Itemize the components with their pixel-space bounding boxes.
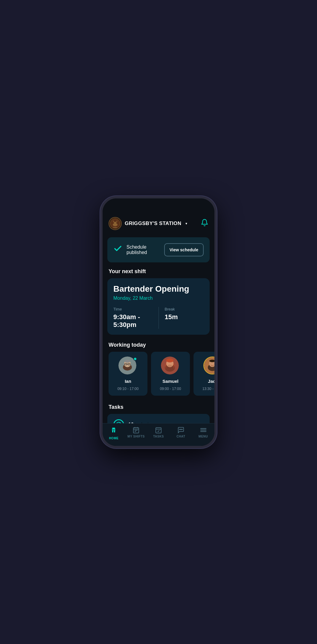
menu-icon — [200, 426, 207, 434]
workers-list: Ian 09:10 - 17:00 — [103, 352, 214, 397]
home-icon-final — [110, 428, 117, 434]
nav-item-menu[interactable]: MENU — [192, 426, 214, 440]
app-header: Station GRIGGSBY'S STATION ▾ — [103, 213, 214, 235]
break-label: Break — [165, 307, 204, 311]
svg-point-15 — [166, 358, 173, 362]
svg-rect-30 — [114, 429, 115, 430]
svg-text:Station: Station — [113, 227, 117, 228]
nav-item-home[interactable]: HOME — [103, 426, 125, 440]
view-schedule-button[interactable]: View schedule — [164, 243, 204, 256]
svg-point-43 — [181, 429, 181, 430]
shift-break-col: Break 15m — [165, 307, 204, 329]
worker-card-ian[interactable]: Ian 09:10 - 17:00 — [109, 352, 147, 396]
station-name: GRIGGSBY'S STATION — [125, 221, 181, 227]
working-today-section-label: Working today — [103, 342, 214, 352]
shifts-nav-label: MY SHIFTS — [127, 435, 145, 438]
svg-rect-40 — [156, 428, 161, 433]
schedule-published-text: Schedule published — [127, 244, 164, 255]
jack-time: 13:30 - 21:30 — [202, 387, 214, 391]
shift-details: Time 9:30am - 5:30pm Break 15m — [113, 307, 204, 329]
shift-date: Monday, 22 March — [113, 296, 204, 301]
svg-point-11 — [125, 360, 130, 362]
svg-rect-29 — [112, 429, 113, 430]
worker-card-jack[interactable]: Jack 13:30 - 21:30 — [193, 352, 214, 396]
next-shift-section-label: Your next shift — [103, 268, 214, 278]
shift-card: Bartender Opening Monday, 22 March Time … — [107, 278, 210, 335]
ian-time: 09:10 - 17:00 — [118, 387, 139, 391]
home-nav-label: HOME — [109, 437, 118, 440]
svg-rect-33 — [112, 430, 115, 431]
banner-left: Schedule published — [113, 244, 164, 255]
nav-item-chat[interactable]: CHAT — [170, 426, 192, 440]
chat-nav-label: CHAT — [176, 435, 185, 438]
nav-item-tasks[interactable]: TASKS — [147, 426, 170, 440]
svg-point-16 — [168, 365, 172, 367]
tasks-nav-label: TASKS — [153, 435, 164, 438]
phone-shell: Station GRIGGSBY'S STATION ▾ — [100, 196, 217, 448]
samuel-avatar-wrap — [161, 357, 180, 376]
shift-details-divider — [158, 307, 159, 329]
tasks-nav-icon — [155, 426, 162, 434]
jack-name: Jack — [208, 379, 214, 384]
tasks-section-label: Tasks — [103, 404, 214, 414]
shift-title: Bartender Opening — [113, 284, 204, 294]
break-value: 15m — [165, 313, 204, 321]
svg-rect-31 — [112, 430, 113, 432]
shifts-icon — [132, 426, 140, 434]
chat-icon — [177, 426, 185, 434]
samuel-avatar — [161, 357, 179, 374]
time-value: 9:30am - 5:30pm — [113, 313, 153, 329]
worker-card-samuel[interactable]: Samuel 09:00 - 17:00 — [151, 352, 190, 396]
header-left: Station GRIGGSBY'S STATION ▾ — [109, 217, 187, 230]
schedule-banner: Schedule published View schedule — [107, 237, 210, 262]
nav-item-my-shifts[interactable]: MY SHIFTS — [125, 426, 147, 440]
app-content: Station GRIGGSBY'S STATION ▾ — [103, 198, 214, 446]
svg-point-44 — [182, 429, 182, 430]
shift-time-col: Time 9:30am - 5:30pm — [113, 307, 153, 329]
logo-image: Station — [109, 218, 121, 229]
bottom-navigation: HOME MY SHIFTS — [103, 423, 214, 446]
ian-name: Ian — [125, 379, 131, 384]
svg-point-3 — [114, 222, 116, 224]
ian-avatar-wrap — [118, 357, 138, 376]
dropdown-arrow-icon[interactable]: ▾ — [185, 221, 187, 226]
check-icon — [113, 244, 122, 255]
logo: Station — [109, 217, 122, 230]
jack-avatar-wrap — [203, 357, 214, 376]
phone-screen: Station GRIGGSBY'S STATION ▾ — [103, 198, 214, 446]
bell-icon[interactable] — [201, 219, 208, 228]
svg-point-42 — [179, 429, 180, 430]
svg-rect-32 — [114, 430, 115, 432]
samuel-time: 09:00 - 17:00 — [160, 387, 181, 391]
menu-nav-label: MENU — [199, 435, 208, 438]
samuel-name: Samuel — [162, 379, 178, 384]
time-label: Time — [113, 307, 153, 311]
jack-avatar — [203, 357, 214, 374]
ian-online-indicator — [133, 357, 137, 361]
